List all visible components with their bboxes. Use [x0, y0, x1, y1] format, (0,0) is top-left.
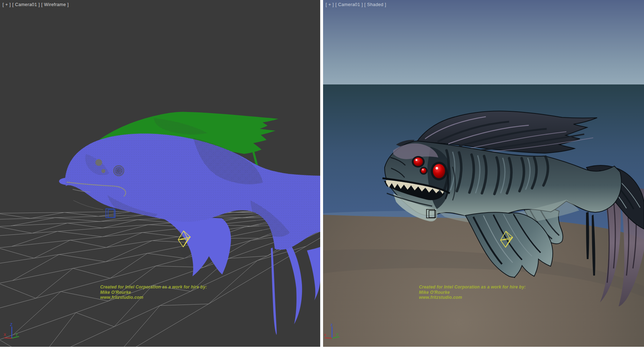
wire-eye-ringed	[114, 166, 124, 176]
viewport-label-right: [ + ] [ Camera01 ] [ Shaded ]	[326, 2, 386, 7]
watermark-line-3: www.fritzstudio.com	[100, 295, 207, 300]
viewport-camera-button[interactable]: [ Camera01 ]	[335, 2, 363, 7]
watermark-line-2: Mike O'Rourke	[419, 290, 526, 295]
tail-streamer-1	[586, 212, 589, 259]
eye-small	[421, 168, 426, 174]
eye-medium	[414, 157, 423, 166]
watermark-line-1: Created for Intel Corporation as a work …	[100, 285, 207, 290]
axis-y-label: y	[336, 332, 338, 336]
max-viewport-area: Z X y [ + ] [ Camera01 ] [ Wireframe ] C…	[0, 0, 644, 350]
axis-z-label: Z	[10, 322, 13, 327]
viewport-shading-button[interactable]: [ Wireframe ]	[41, 2, 69, 7]
viewport-expand-button[interactable]: [ + ]	[3, 2, 11, 7]
eye-large	[433, 164, 445, 178]
watermark-line-1: Created for Intel Corporation as a work …	[419, 285, 526, 290]
viewport-camera-button[interactable]: [ Camera01 ]	[12, 2, 40, 7]
wire-eye-spot-large	[96, 159, 102, 166]
wire-eye-spot-small	[102, 169, 106, 173]
window-bottom-border	[0, 347, 644, 350]
axis-x-line	[325, 338, 332, 338]
watermark-line-2: Mike O'Rourke	[100, 290, 207, 295]
viewport-label-left: [ + ] [ Camera01 ] [ Wireframe ]	[3, 2, 69, 7]
axis-z-label: z	[331, 322, 333, 327]
axis-x-label: x	[324, 332, 326, 337]
axis-x-label: X	[4, 332, 6, 337]
viewport-shading-button[interactable]: [ Shaded ]	[364, 2, 386, 7]
viewport-splitter[interactable]	[320, 0, 323, 347]
axis-y-label: y	[16, 332, 18, 336]
watermark-right: Created for Intel Corporation as a work …	[419, 285, 526, 300]
viewport-wireframe[interactable]: Z X y [ + ] [ Camera01 ] [ Wireframe ] C…	[0, 0, 320, 347]
viewport-expand-button[interactable]: [ + ]	[326, 2, 334, 7]
sky	[323, 0, 644, 84]
watermark-left: Created for Intel Corporation as a work …	[100, 285, 207, 300]
watermark-line-3: www.fritzstudio.com	[419, 295, 526, 300]
viewport-shaded[interactable]: z x y [ + ] [ Camera01 ] [ Shaded ] Crea…	[323, 0, 644, 347]
axis-x-line	[4, 338, 12, 338]
